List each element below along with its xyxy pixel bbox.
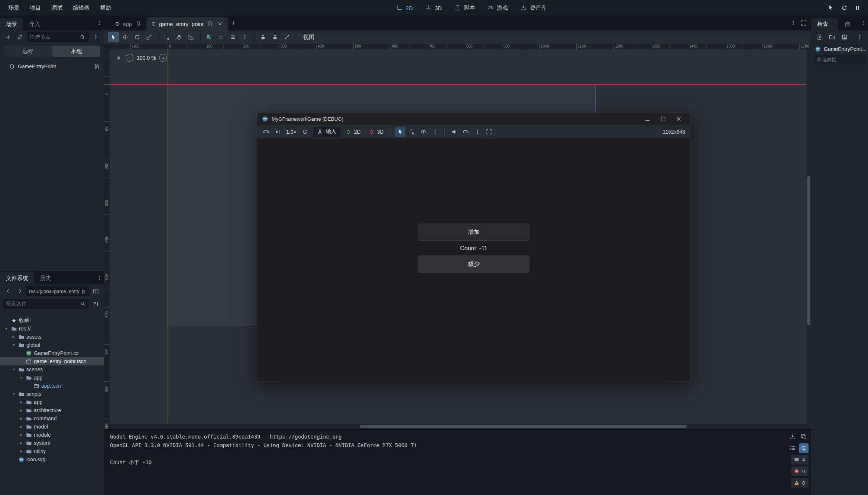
select-tool-button[interactable] [108, 32, 119, 42]
mode-3d-button[interactable]: 3D [365, 128, 386, 136]
menu-scene[interactable]: 场景 [3, 2, 25, 13]
fs-tree-row[interactable]: ▶ utility [0, 447, 104, 455]
lock-button[interactable] [258, 32, 269, 42]
decrease-button[interactable]: 减少 [418, 255, 529, 273]
fs-tree-row[interactable]: ▶ app [0, 398, 104, 406]
camera-override-button[interactable] [461, 127, 471, 137]
snap-options-button[interactable] [227, 32, 239, 42]
vertical-scrollbar-thumb[interactable] [807, 176, 810, 325]
view-menu-button[interactable]: 视图 [299, 34, 319, 41]
tree-arrow-icon[interactable]: ▶ [19, 425, 24, 429]
move-tool-button[interactable] [120, 32, 131, 42]
more-button[interactable] [472, 127, 482, 137]
horizontal-scrollbar[interactable] [110, 424, 811, 429]
fs-tree-row[interactable]: ▶ model [0, 423, 104, 431]
copy-output-button[interactable] [799, 432, 809, 442]
save-resource-button[interactable] [839, 32, 850, 42]
zoom-in-button[interactable]: + [159, 54, 167, 62]
overflow-button[interactable] [239, 32, 250, 42]
tree-arrow-icon[interactable]: ▶ [11, 335, 16, 339]
pan-tool-button[interactable] [174, 32, 185, 42]
inspector-node-row[interactable]: GameEntryPoint... [811, 44, 868, 54]
scale-tool-button[interactable] [143, 32, 155, 42]
tree-arrow-icon[interactable]: ▶ [19, 408, 24, 412]
dock-tab-inspector[interactable]: 检查器 [811, 18, 838, 30]
history-forward-button[interactable] [14, 286, 25, 296]
embedded-cursor-button[interactable] [827, 4, 835, 12]
rotate-tool-button[interactable] [132, 32, 143, 42]
segment-remote[interactable]: 远程 [4, 46, 52, 57]
scene-tab-list-icon[interactable] [790, 19, 797, 27]
workspace-assetlib[interactable]: 资产库 [515, 2, 552, 13]
workspace-game[interactable]: 游戏 [482, 2, 513, 13]
instance-scene-button[interactable] [15, 32, 25, 42]
dock-tab-signals[interactable]: 信号 [838, 18, 861, 30]
tree-arrow-icon[interactable]: ▼ [11, 368, 16, 371]
fs-tree-row[interactable]: C# GameEntryPoint.cs [0, 349, 104, 357]
toggle-split-mode-button[interactable] [91, 286, 101, 296]
window-minimize-button[interactable] [639, 113, 655, 125]
fs-tree-row[interactable]: 收藏: [0, 316, 104, 325]
fs-tree-row[interactable]: icon.svg [0, 455, 104, 463]
mute-audio-button[interactable] [449, 127, 459, 137]
mode-2d-button[interactable]: 2D [342, 128, 363, 136]
messages-filter-toggle[interactable]: 4 [791, 455, 809, 465]
current-path[interactable]: res://global/game_entry_p [26, 286, 90, 296]
more-button[interactable] [855, 32, 865, 42]
fs-tree-row[interactable]: ▶ assets [0, 333, 104, 341]
new-scene-tab-button[interactable] [228, 18, 239, 28]
tree-arrow-icon[interactable]: ▶ [19, 449, 24, 453]
workspace-3d[interactable]: 3D [420, 2, 447, 13]
search-output-button[interactable] [799, 443, 809, 453]
filter-files-input[interactable]: 筛选文件 [3, 299, 89, 309]
unlock-button[interactable] [269, 32, 281, 42]
menu-project[interactable]: 项目 [25, 2, 46, 13]
pick-node-button[interactable] [395, 127, 405, 137]
warnings-filter-toggle[interactable]: 0 [791, 478, 809, 488]
scene-tab-game_entry_point[interactable]: game_entry_point [146, 17, 228, 30]
group-button[interactable] [281, 32, 292, 42]
collapse-duplicates-button[interactable] [788, 443, 797, 453]
increase-button[interactable]: 增加 [418, 224, 529, 241]
fs-tree-row[interactable]: ▼ app [0, 374, 104, 382]
menu-editor[interactable]: 编辑器 [68, 2, 95, 13]
overflow-icon[interactable] [97, 19, 104, 27]
attached-script-icon[interactable] [93, 63, 100, 70]
smart-snap-button[interactable] [204, 32, 215, 42]
tree-arrow-icon[interactable]: ▼ [11, 392, 16, 396]
zoom-level[interactable]: 100.0 % [137, 55, 156, 61]
fs-tree-row[interactable]: app.tscn [0, 382, 104, 390]
dock-tab-import[interactable]: 导入 [23, 18, 46, 30]
more-button[interactable] [430, 127, 440, 137]
center-view-icon[interactable] [115, 54, 122, 62]
tree-arrow-icon[interactable]: ▼ [11, 343, 16, 347]
pause-button[interactable] [854, 4, 861, 12]
window-close-button[interactable] [671, 113, 686, 125]
fs-tree-row[interactable]: ▶ module [0, 431, 104, 439]
vertical-scrollbar[interactable] [806, 49, 811, 429]
restart-game-button[interactable] [300, 127, 310, 137]
errors-filter-toggle[interactable]: 0 [791, 466, 809, 476]
menu-debug[interactable]: 调试 [46, 2, 68, 13]
fs-tree-row[interactable]: ▶ command [0, 414, 104, 423]
filter-nodes-input[interactable]: 筛选节点 [27, 32, 89, 42]
fs-tree-row[interactable]: ▶ system [0, 439, 104, 447]
fs-tree-row[interactable]: ▼ scripts [0, 390, 104, 398]
clear-output-button[interactable] [788, 432, 797, 442]
overflow-icon[interactable] [861, 19, 868, 27]
load-resource-button[interactable] [827, 32, 837, 42]
grid-snap-button[interactable] [216, 32, 227, 42]
playback-speed[interactable]: 1.0× [284, 129, 298, 135]
tree-arrow-icon[interactable]: ▼ [19, 376, 24, 380]
fs-tree-row[interactable]: ▶ architecture [0, 406, 104, 414]
tree-arrow-icon[interactable]: ▶ [19, 441, 24, 445]
horizontal-scrollbar-thumb[interactable] [360, 425, 687, 428]
filter-properties-input[interactable]: 筛选属性 [814, 55, 865, 65]
fs-tree-row[interactable]: ▼ res:// [0, 325, 104, 333]
workspace-script[interactable]: 脚本 [448, 2, 480, 13]
list-select-button[interactable] [162, 32, 173, 42]
close-icon[interactable] [216, 20, 224, 27]
overflow-icon[interactable] [97, 274, 104, 282]
scene-tab-app[interactable]: app [110, 17, 146, 30]
tree-arrow-icon[interactable]: ▶ [19, 417, 24, 420]
